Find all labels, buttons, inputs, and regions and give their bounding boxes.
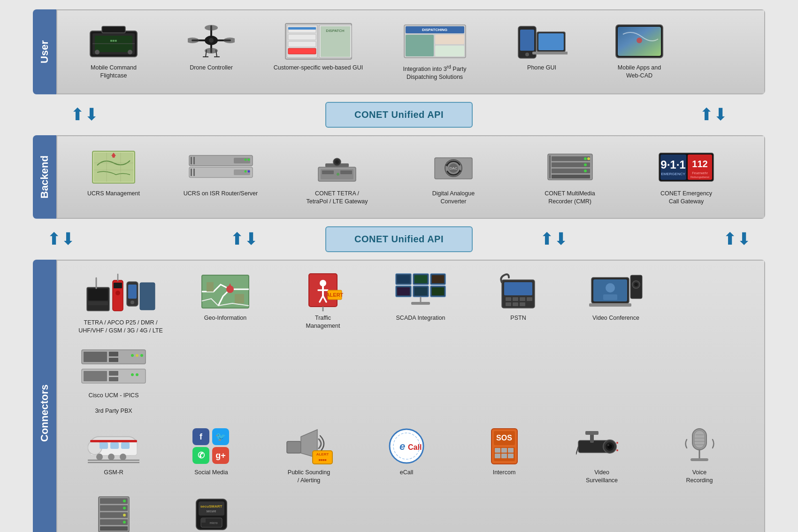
svg-rect-172 [110,442,119,449]
svg-rect-134 [414,287,427,295]
3rd-party-label: Integration into 3rd PartyDispatching So… [403,64,466,81]
svg-rect-198 [508,454,514,458]
item-cmr: CONET MultiMedia Recorder (CMR) [514,145,626,209]
svg-point-206 [616,442,618,444]
svg-point-226 [123,521,126,524]
googleplus-icon: g+ [212,447,229,464]
svg-rect-26 [288,48,316,54]
pstn-icon [497,273,539,310]
ucrs-mgmt-label: UCRS Management [87,190,140,198]
item-web-gui: DISPATCH Customer-specific web-based GUI [262,19,375,76]
svg-point-10 [188,38,199,43]
video-conf-label: Video Conference [592,314,639,322]
svg-rect-165 [109,377,118,381]
voice-recording-icon-area [671,427,728,465]
emergency-icon-area: 9·1·1 EMERGENCY 112 Feuerwehr Rettungsdi… [658,148,714,186]
item-3rd-party: DISPATCHING Integration into 3rd PartyDi… [378,19,491,85]
svg-rect-131 [414,275,427,283]
svg-rect-58 [191,169,192,176]
connectors-row-1: TETRA / APCO P25 / DMR / UHF/VHF / GSM /… [67,269,755,419]
svg-rect-24 [288,34,316,40]
svg-text:secuSMART: secuSMART [200,504,222,509]
svg-rect-70 [322,170,334,174]
svg-rect-193 [495,448,500,453]
svg-point-67 [335,160,339,164]
scada-label: SCADA Integration [396,314,445,322]
svg-point-161 [140,354,143,357]
physical-security-icon-area [85,496,142,532]
mobile-apps-icon-area [611,23,668,60]
svg-rect-113 [235,294,244,303]
ecall-icon-area: e Call [378,427,435,465]
api-row-1: ⬆⬇ CONET Unified API ⬆⬇ [33,94,765,135]
svg-rect-59 [193,169,195,176]
item-ecall: e Call eCall [360,424,453,480]
scada-icon-area [392,273,449,310]
ecall-label: eCall [400,469,414,477]
svg-point-107 [130,301,134,304]
svg-text:EMERGENCY: EMERGENCY [661,172,685,176]
tetra-apco-icon-area [83,273,158,315]
svg-text:DAC: DAC [450,166,458,170]
svg-rect-54 [191,157,192,164]
item-video-surv: Video Surveillance [555,424,649,488]
phone-gui-icon-area [514,23,570,60]
mobile-apps-icon [614,23,665,60]
physical-security-icon [92,494,136,532]
item-dac: DAC Digital Analogue Converter [397,145,510,209]
svg-text:Rettungsdienst: Rettungsdienst [691,176,709,178]
geo-info-icon [200,273,251,310]
svg-rect-112 [207,282,214,292]
item-voice-recording: Voice Recording [652,424,746,488]
intercom-icon: SOS [484,426,524,466]
svg-rect-108 [140,283,155,310]
svg-rect-174 [90,440,137,442]
svg-text:e: e [399,440,405,452]
svg-rect-37 [520,30,534,51]
gsm-r-icon-area [85,427,142,465]
svg-point-11 [223,38,235,43]
cisco-ucm-icon [81,349,146,365]
svg-marker-232 [201,518,206,523]
drone-icon [188,24,235,59]
public-sounding-icon: ALERT ■■■■ [284,427,334,465]
svg-rect-1 [102,26,125,33]
item-public-sounding: ALERT ■■■■ Public Sounding / Alerting [262,424,356,488]
svg-point-48 [112,155,115,158]
connectors-label: Connectors [33,260,56,532]
svg-point-62 [247,158,250,161]
item-emergency: 9·1·1 EMERGENCY 112 Feuerwehr Rettungsdi… [630,145,743,209]
backend-label: Backend [33,135,56,219]
svg-point-149 [606,283,615,293]
web-gui-label: Customer-specific web-based GUI [274,64,363,72]
svg-rect-142 [520,297,525,301]
svg-rect-212 [691,458,708,461]
voice-recording-label: Voice Recording [686,469,713,485]
svg-text:Feuerwehr: Feuerwehr [692,171,708,175]
svg-rect-140 [506,297,511,301]
gsm-r-icon [88,427,139,465]
user-label: User [33,9,56,94]
drone-label: Drone Controller [190,64,233,72]
arrows-left-1: ⬆⬇ [70,106,99,123]
svg-text:micro: micro [209,521,217,524]
svg-rect-137 [411,302,430,305]
drone-icon-area [183,23,239,60]
svg-rect-98 [88,289,108,301]
svg-point-167 [136,373,138,376]
svg-point-223 [123,500,126,502]
conet-tetra-icon [314,149,361,185]
connectors-section: Connectors [33,260,765,532]
emergency-icon: 9·1·1 EMERGENCY 112 Feuerwehr Rettungsdi… [658,151,714,184]
phone-gui-label: Phone GUI [527,64,556,72]
secure-gsm-icon: secuSMART secure micro [192,494,231,532]
arrows-right-1: ⬆⬇ [699,106,728,123]
svg-rect-41 [532,52,568,54]
svg-point-38 [525,53,529,56]
social-icons-grid: f 🐦 ✆ g+ [192,428,230,464]
svg-rect-151 [589,303,631,307]
3rd-pbx-label: 3rd Party PBX [95,407,132,415]
svg-rect-100 [88,301,108,305]
svg-point-177 [120,454,126,460]
mobile-command-icon: ■■■ [88,24,139,59]
